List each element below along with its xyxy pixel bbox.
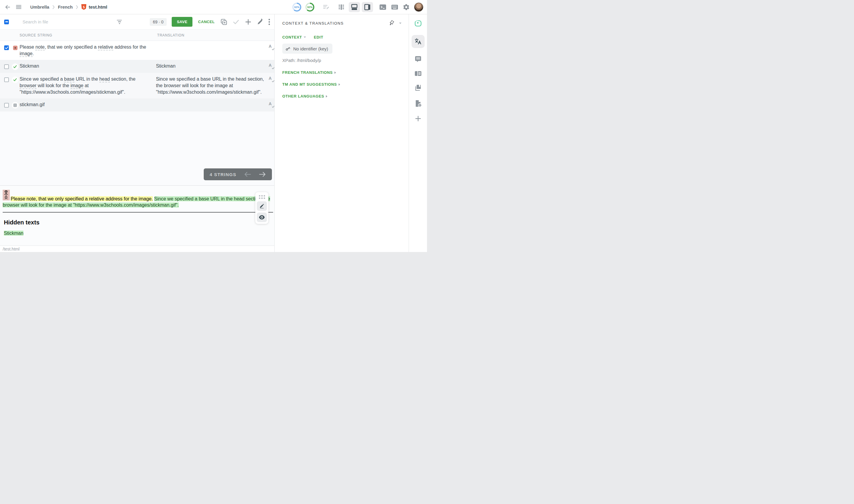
strings-pager: 4 STRINGS: [204, 168, 272, 180]
strings-toolbar: 69 · 0 SAVE CANCEL: [0, 14, 274, 30]
translated-progress-value: 62%: [293, 4, 300, 11]
stickman-image[interactable]: [3, 190, 10, 200]
string-row[interactable]: stickman.gif A: [0, 98, 274, 111]
breadcrumb-project[interactable]: Umbrella: [30, 4, 49, 10]
pin-icon[interactable]: [387, 19, 395, 27]
arrow-left-icon: [5, 4, 11, 10]
hidden-status-icon: [12, 102, 18, 108]
preview-horizontal-rule: [3, 212, 273, 213]
string-counter-badge: 69 · 0: [150, 18, 167, 26]
breadcrumb-file[interactable]: 5 test.html: [81, 4, 107, 10]
copy-source-icon[interactable]: [220, 18, 228, 25]
spellcheck-icon[interactable]: A: [269, 63, 274, 69]
add-string-icon[interactable]: [245, 18, 252, 25]
file-path: /test.html: [3, 247, 20, 251]
comments-panel-icon[interactable]: [414, 56, 422, 63]
source-column-header: SOURCE STRING: [20, 33, 157, 37]
approve-check-icon[interactable]: [232, 18, 239, 25]
context-dropdown[interactable]: CONTEXT: [282, 35, 306, 39]
chevron-right-icon: [76, 5, 78, 9]
approved-progress-ring[interactable]: 62%: [305, 3, 314, 12]
spellcheck-icon[interactable]: A: [269, 102, 274, 107]
filter-icon[interactable]: [117, 20, 122, 24]
context-sidebar: CONTEXT & TRANSLATIONS CONTEXT EDIT No i…: [274, 14, 409, 252]
spellcheck-icon[interactable]: A: [269, 76, 274, 82]
save-button[interactable]: SAVE: [172, 17, 193, 27]
preview-hidden-string[interactable]: Stickman: [4, 231, 23, 236]
topbar: Umbrella French 5 test.html 62% 62%: [0, 0, 427, 14]
prev-page-icon[interactable]: [244, 172, 251, 177]
preview-selected-string[interactable]: Please note, that we only specified a re…: [11, 196, 153, 201]
menu-icon[interactable]: [16, 5, 21, 9]
ai-assistant-icon[interactable]: [414, 20, 422, 27]
breadcrumb-language[interactable]: French: [58, 4, 73, 10]
add-panel-icon[interactable]: [414, 115, 422, 122]
preview-visibility-button[interactable]: [257, 213, 267, 222]
editor-main-panel: 69 · 0 SAVE CANCEL: [0, 14, 274, 252]
preview-edit-button[interactable]: [257, 201, 267, 211]
html5-file-icon: 5: [81, 4, 86, 10]
tm-mt-suggestions-section[interactable]: TM AND MT SUGGESTIONS: [282, 82, 402, 87]
search-input[interactable]: [22, 19, 96, 24]
console-icon[interactable]: [379, 3, 387, 11]
translated-status-icon: [12, 76, 18, 83]
list-header: SOURCE STRING TRANSLATION: [0, 30, 274, 41]
untranslated-status-icon: [12, 44, 18, 51]
source-string-cell[interactable]: Since we specified a base URL in the hea…: [20, 76, 149, 95]
string-row[interactable]: Please note, that we only specified a re…: [0, 41, 274, 60]
translation-cell[interactable]: Stickman: [156, 63, 269, 69]
key-icon: [284, 45, 291, 52]
draft-edit-icon[interactable]: [323, 3, 330, 11]
edit-context-button[interactable]: EDIT: [314, 35, 323, 39]
xpath-label: XPath: /html/body/p: [282, 58, 402, 63]
drag-handle-icon[interactable]: [259, 194, 265, 199]
string-row[interactable]: Since we specified a base URL in the hea…: [0, 73, 274, 98]
chevron-right-icon: [326, 95, 327, 97]
french-translations-section[interactable]: FRENCH TRANSLATIONS: [282, 70, 402, 75]
cancel-button[interactable]: CANCEL: [197, 18, 215, 26]
identifier-text: No identifier (key): [293, 46, 328, 51]
sidebar-collapse-icon[interactable]: [399, 22, 402, 24]
glossary-panel-icon[interactable]: [414, 84, 422, 92]
file-path-bar: /test.html: [0, 246, 274, 252]
translated-progress-ring[interactable]: 62%: [292, 3, 301, 12]
keyboard-shortcuts-icon[interactable]: [391, 3, 398, 11]
row-checkbox[interactable]: [4, 46, 9, 50]
source-string-cell[interactable]: Stickman: [20, 63, 149, 69]
other-languages-section[interactable]: OTHER LANGUAGES: [282, 94, 402, 98]
identifier-chip: No identifier (key): [282, 43, 333, 54]
chevron-right-icon: [335, 71, 336, 74]
source-string-cell[interactable]: stickman.gif: [20, 102, 149, 108]
translation-column-header: TRANSLATION: [157, 33, 184, 37]
right-panel-view-icon[interactable]: [362, 2, 373, 12]
row-checkbox[interactable]: [4, 64, 9, 69]
next-page-icon[interactable]: [259, 172, 266, 177]
user-avatar[interactable]: [414, 2, 424, 12]
spellcheck-icon[interactable]: A: [269, 44, 274, 50]
hidden-texts-heading: Hidden texts: [4, 219, 271, 226]
chevron-right-icon: [52, 5, 55, 9]
bottom-panel-view-icon[interactable]: [349, 2, 360, 12]
more-options-icon[interactable]: [268, 19, 270, 25]
chevron-right-icon: [339, 83, 340, 86]
settings-gear-icon[interactable]: [403, 3, 410, 11]
string-row[interactable]: Stickman Stickman A: [0, 60, 274, 73]
row-checkbox[interactable]: [4, 77, 9, 82]
strings-list: Please note, that we only specified a re…: [0, 41, 274, 185]
side-by-side-view-icon[interactable]: [336, 2, 347, 12]
breadcrumb: Umbrella French 5 test.html: [30, 4, 107, 10]
breadcrumb-file-name: test.html: [89, 4, 107, 10]
translations-panel-icon[interactable]: [412, 35, 425, 48]
row-checkbox[interactable]: [4, 103, 9, 108]
edit-pencil-icon[interactable]: [257, 19, 263, 25]
chevron-down-icon: [304, 36, 306, 38]
terms-panel-icon[interactable]: [414, 71, 422, 76]
translated-status-icon: [12, 64, 18, 70]
sidebar-rail: [409, 14, 427, 252]
back-button[interactable]: [5, 4, 11, 10]
translation-cell[interactable]: Since we specified a base URL in the hea…: [156, 76, 269, 95]
file-info-panel-icon[interactable]: [414, 100, 422, 107]
source-string-cell[interactable]: Please note, that we only specified a re…: [20, 44, 149, 57]
select-all-checkbox[interactable]: [4, 20, 9, 24]
strings-count-label: 4 STRINGS: [210, 172, 236, 177]
